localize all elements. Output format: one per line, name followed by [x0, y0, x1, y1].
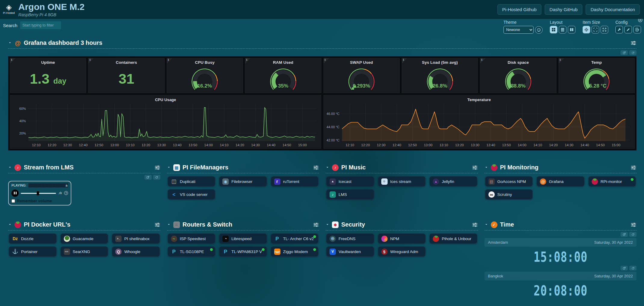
item-label: Whoogle [124, 249, 140, 254]
item-guacamole[interactable]: Guacamole [60, 233, 108, 244]
item-librespeed[interactable]: ◔Librespeed [219, 233, 267, 244]
chevron-down-icon[interactable] [8, 40, 12, 46]
section-settings-icon[interactable] [630, 222, 636, 228]
section-settings-icon[interactable] [472, 165, 478, 171]
item-searxng[interactable]: ear.SearXNG [60, 246, 108, 257]
dashy-documentation-button[interactable]: Dashy Documentation [586, 4, 640, 15]
section-settings-icon[interactable] [313, 222, 319, 228]
item-dozzle[interactable]: DzDozzle [9, 233, 57, 244]
section-settings-icon[interactable] [154, 165, 160, 171]
remember-volume-checkbox[interactable] [11, 199, 15, 203]
open-widget-icon[interactable] [621, 232, 628, 237]
item-size-medium-icon[interactable] [592, 26, 599, 33]
open-widget-icon[interactable] [144, 175, 152, 180]
monitoring-items: ▤GoAccess NPM@GrafanaRPi-monitor∞Scrutin… [485, 176, 637, 199]
item-lms[interactable]: ♪LMS [326, 189, 374, 199]
vscode-icon: < [171, 191, 177, 198]
section-settings-icon[interactable] [154, 222, 160, 228]
section-settings-icon[interactable] [630, 165, 636, 171]
status-online-dot [631, 178, 633, 181]
section-docker-urls: PI Docker URL's DzDozzleGuacamole>_PI sh… [8, 221, 160, 298]
stat-value: 16.2% [167, 64, 243, 93]
refresh-widget-icon[interactable] [629, 50, 636, 55]
config-swatch-icon[interactable] [633, 26, 641, 33]
item-vs-code-server[interactable]: <VS code server [168, 189, 215, 199]
chevron-down-icon[interactable] [167, 222, 171, 227]
speedtest-icon: ~ [171, 236, 177, 242]
item-scrutiny[interactable]: ∞Scrutiny [485, 189, 533, 199]
info-icon: i [403, 58, 404, 61]
item-size-small-icon[interactable] [583, 26, 590, 33]
toolbar-controls: Theme Newone Layout Item Size Config [503, 20, 641, 34]
svg-text:12:40: 12:40 [392, 143, 401, 147]
item-freedns[interactable]: ⊕FreeDNS [326, 233, 374, 244]
item-rutorrent[interactable]: rruTorrent [271, 176, 319, 187]
item-icecast[interactable]: ▲Icecast [326, 176, 374, 187]
palette-icon[interactable] [535, 26, 543, 34]
svg-text:14:10: 14:10 [220, 143, 229, 147]
section-settings-icon[interactable] [630, 40, 636, 46]
help-icon[interactable]: ? [64, 191, 68, 195]
item-filebrowser[interactable]: ◉Filebrowser [219, 176, 267, 187]
item-ziggo-modem[interactable]: ziggoZiggo Modem [271, 246, 319, 257]
svg-text:44.00 °C: 44.00 °C [327, 125, 339, 129]
refresh-widget-icon[interactable] [629, 232, 636, 237]
svg-text:14:20: 14:20 [236, 143, 244, 147]
item-label: RPi-monitor [601, 179, 622, 184]
theme-label: Theme [503, 20, 543, 25]
pi-hosted-github-button[interactable]: Pi-Hosted Github [497, 4, 541, 15]
page-title: Argon ONE M.2 [18, 2, 85, 12]
refresh-widget-icon[interactable] [629, 266, 636, 270]
chevron-down-icon[interactable] [167, 165, 171, 170]
svg-text:16.2%: 16.2% [197, 83, 212, 89]
layout-columns-icon[interactable] [568, 26, 575, 33]
item-goaccess-npm[interactable]: ▤GoAccess NPM [485, 176, 533, 187]
section-settings-icon[interactable] [472, 222, 478, 228]
svg-text:0.293%: 0.293% [353, 83, 370, 89]
chevron-down-icon[interactable] [8, 165, 12, 170]
item-pi-shellinabox[interactable]: >_PI shellinabox [112, 233, 160, 244]
layout-grid-icon[interactable] [550, 26, 557, 33]
item-grafana[interactable]: @Grafana [537, 176, 584, 187]
item-vaultwarden[interactable]: VVaultwarden [326, 246, 374, 257]
section-settings-icon[interactable] [313, 165, 319, 171]
pi-hosted-logo[interactable]: ◈ Pi Hosted [3, 4, 15, 14]
filemanager-section-icon: ▦ [173, 164, 180, 171]
item-tl-archer-c6-v2[interactable]: PTL- Archer C6 v2 [271, 233, 319, 244]
config-edit-icon[interactable] [624, 26, 632, 33]
svg-text:12:40: 12:40 [79, 143, 88, 147]
item-wireguard-adm[interactable]: §Wireguard Adm [378, 246, 426, 257]
item-tl-wpa8631p-v[interactable]: PTL-WPA8631P V [219, 246, 267, 257]
item-rpi-monitor[interactable]: RPi-monitor [588, 176, 636, 187]
theme-select[interactable]: Newone [503, 26, 534, 34]
volume-slider[interactable] [21, 191, 56, 195]
refresh-widget-icon[interactable] [153, 175, 160, 180]
open-widget-icon[interactable] [621, 266, 628, 270]
item-tl-sg108pe[interactable]: PTL-SG108PE [168, 246, 215, 257]
item-label: Duplicati [180, 179, 196, 184]
chevron-down-icon[interactable] [326, 165, 329, 170]
search-input[interactable] [20, 21, 61, 29]
item-label: VS code server [180, 192, 208, 197]
stat-panel-disk-space: iDisk space38.8% [480, 58, 556, 93]
item-ices-stream[interactable]: ❄Ices stream [378, 176, 426, 187]
item-duplicati[interactable]: ◫Duplicati [168, 176, 215, 187]
dashy-github-button[interactable]: Dashy GitHub [545, 4, 582, 15]
chevron-down-icon[interactable] [8, 222, 12, 227]
logo-caption: Pi Hosted [3, 11, 15, 14]
item-size-large-icon[interactable] [601, 26, 608, 33]
item-portainer[interactable]: ⚓Portainer [9, 246, 57, 257]
pause-button[interactable] [11, 190, 19, 197]
item-pihole-unbour[interactable]: Pihole & Unbour [429, 233, 477, 244]
item-isp-speedtest[interactable]: ~ISP Speedtest [168, 233, 215, 244]
chevron-down-icon[interactable] [326, 222, 329, 227]
item-npm[interactable]: NPM [378, 233, 426, 244]
layout-rows-icon[interactable] [559, 26, 566, 33]
item-jellyfin[interactable]: ▲Jellyfin [429, 176, 477, 187]
chevron-down-icon[interactable] [485, 222, 488, 227]
open-widget-icon[interactable] [621, 50, 628, 55]
config-wrench-icon[interactable] [615, 26, 623, 33]
security-items: ⊕FreeDNSNPMPihole & UnbourVVaultwarden§W… [326, 233, 478, 257]
item-whoogle[interactable]: QWhoogle [112, 246, 160, 257]
chevron-down-icon[interactable] [485, 165, 488, 170]
